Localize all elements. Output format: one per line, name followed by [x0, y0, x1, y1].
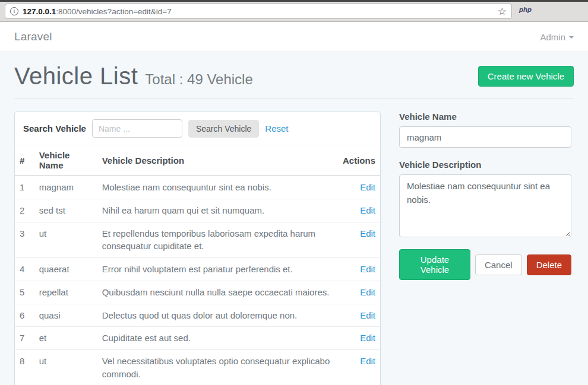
table-row: 5 repellat Quibusdam nesciunt nulla null…: [15, 281, 380, 304]
vehicle-name-label: Vehicle Name: [399, 112, 571, 122]
row-number: 5: [15, 281, 34, 304]
url-text[interactable]: 127.0.0.1:8000/vehicles?action=edit&id=7: [23, 7, 493, 16]
search-button[interactable]: Search Vehicle: [188, 120, 259, 138]
vehicle-description-label: Vehicle Description: [399, 160, 571, 170]
edit-link[interactable]: Edit: [360, 287, 375, 297]
edit-link[interactable]: Edit: [360, 333, 375, 343]
reset-link[interactable]: Reset: [265, 123, 288, 133]
table-row: 6 quasi Delectus quod ut quas dolor aut …: [15, 304, 380, 327]
url-path: :8000/vehicles?action=edit&id=7: [56, 7, 171, 16]
edit-link[interactable]: Edit: [360, 356, 375, 366]
bookmark-star-icon[interactable]: ☆: [498, 5, 507, 18]
vehicle-name-cell: ut: [34, 350, 97, 385]
vehicle-description-cell: Et repellendus temporibus laboriosam exp…: [97, 222, 337, 258]
app-navbar: Laravel Admin: [0, 22, 588, 52]
vehicle-name-cell: quasi: [34, 304, 97, 327]
window-top-strip: [0, 0, 588, 2]
column-header-actions: Actions: [337, 145, 380, 176]
edit-link[interactable]: Edit: [360, 182, 375, 192]
table-row: 8 ut Vel necessitatibus voluptates optio…: [15, 350, 380, 385]
row-number: 1: [15, 176, 34, 199]
update-vehicle-button[interactable]: Update Vehicle: [399, 249, 470, 280]
browser-chrome: i 127.0.0.1:8000/vehicles?action=edit&id…: [0, 0, 588, 22]
table-row: 4 quaerat Error nihil voluptatem est par…: [15, 258, 380, 281]
search-input[interactable]: [92, 119, 182, 138]
vehicle-name-input[interactable]: [399, 126, 571, 148]
vehicle-name-cell: repellat: [34, 281, 97, 304]
column-header-number: #: [15, 145, 34, 176]
table-row: 1 magnam Molestiae nam consequuntur sint…: [15, 176, 380, 199]
url-host: 127.0.0.1: [23, 7, 56, 16]
row-number: 2: [15, 199, 34, 222]
vehicle-description-cell: Nihil ea harum quam qui et sit numquam.: [97, 199, 337, 222]
delete-button[interactable]: Delete: [527, 254, 571, 275]
page-content: Vehicle List Total : 49 Vehicle Create n…: [0, 52, 588, 385]
page-titles: Vehicle List Total : 49 Vehicle: [14, 63, 253, 90]
row-number: 3: [15, 222, 34, 258]
vehicle-name-cell: ut: [34, 222, 97, 258]
address-bar[interactable]: i 127.0.0.1:8000/vehicles?action=edit&id…: [5, 4, 512, 19]
form-buttons: Update Vehicle Cancel Delete: [399, 249, 571, 280]
search-form: Search Vehicle Search Vehicle Reset: [15, 112, 380, 145]
row-number: 7: [15, 327, 34, 350]
vehicle-name-cell: magnam: [34, 176, 97, 199]
search-label: Search Vehicle: [23, 123, 86, 133]
edit-vehicle-form: Vehicle Name Vehicle Description Molesti…: [399, 112, 571, 280]
table-row: 7 et Cupiditate est aut sed. Edit: [15, 327, 380, 350]
page-info-icon[interactable]: i: [10, 7, 18, 15]
edit-link[interactable]: Edit: [360, 264, 375, 274]
bookmark-item-php[interactable]: php: [519, 6, 532, 13]
header-divider: [14, 98, 574, 98]
column-header-name: Vehicle Name: [34, 145, 97, 176]
column-header-description: Vehicle Description: [97, 145, 337, 176]
vehicle-description-cell: Molestiae nam consequuntur sint ea nobis…: [97, 176, 337, 199]
vehicle-description-cell: Cupiditate est aut sed.: [97, 327, 337, 350]
table-row: 2 sed tst Nihil ea harum quam qui et sit…: [15, 199, 380, 222]
edit-link[interactable]: Edit: [360, 228, 375, 238]
caret-down-icon: [569, 36, 574, 39]
vehicle-description-cell: Quibusdam nesciunt nulla nulla saepe occ…: [97, 281, 337, 304]
vehicle-description-textarea[interactable]: Molestiae nam consequuntur sint ea nobis…: [399, 174, 571, 237]
vehicle-description-cell: Vel necessitatibus voluptates optio cons…: [97, 350, 337, 385]
vehicle-table: # Vehicle Name Vehicle Description Actio…: [15, 145, 380, 385]
create-vehicle-button[interactable]: Create new Vehicle: [478, 66, 574, 87]
page-header: Vehicle List Total : 49 Vehicle Create n…: [14, 63, 574, 90]
vehicle-description-cell: Error nihil voluptatem est pariatur perf…: [97, 258, 337, 281]
edit-link[interactable]: Edit: [360, 205, 375, 215]
vehicle-name-cell: quaerat: [34, 258, 97, 281]
total-count-label: Total : 49 Vehicle: [145, 71, 252, 88]
vehicle-description-cell: Delectus quod ut quas dolor aut doloremq…: [97, 304, 337, 327]
vehicle-name-cell: et: [34, 327, 97, 350]
row-number: 8: [15, 350, 34, 385]
brand-link[interactable]: Laravel: [14, 30, 52, 43]
row-number: 4: [15, 258, 34, 281]
row-number: 6: [15, 304, 34, 327]
page-title: Vehicle List: [14, 63, 138, 90]
table-header-row: # Vehicle Name Vehicle Description Actio…: [15, 145, 380, 176]
vehicle-list-card: Search Vehicle Search Vehicle Reset # Ve…: [14, 112, 381, 385]
edit-link[interactable]: Edit: [360, 310, 375, 320]
cancel-button[interactable]: Cancel: [475, 254, 522, 275]
table-row: 3 ut Et repellendus temporibus laboriosa…: [15, 222, 380, 258]
vehicle-name-cell: sed tst: [34, 199, 97, 222]
user-dropdown-label: Admin: [540, 32, 565, 42]
user-dropdown[interactable]: Admin: [540, 32, 574, 42]
